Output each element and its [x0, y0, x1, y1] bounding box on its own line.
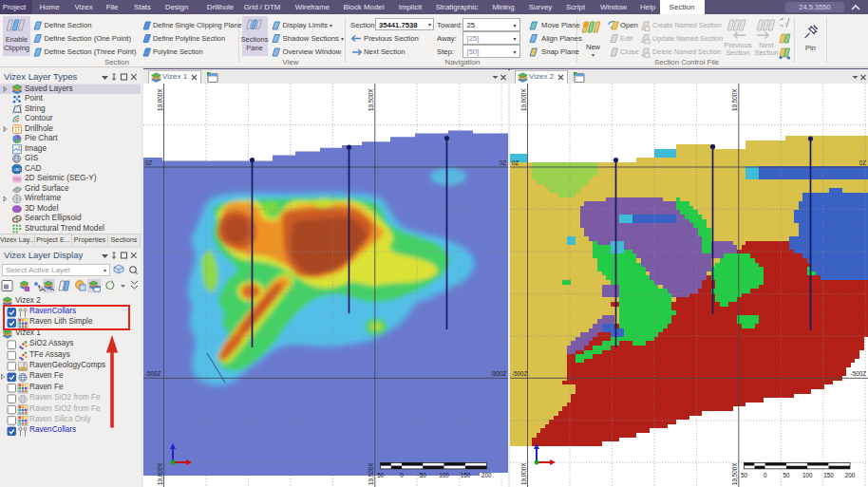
svg-text:100: 100: [439, 472, 449, 478]
svg-text:0: 0: [400, 472, 404, 478]
svg-text:19,000X: 19,000X: [157, 88, 163, 111]
svg-text:19,500X: 19,500X: [368, 462, 374, 485]
svg-text:-500Z: -500Z: [491, 370, 507, 377]
svg-text:0Z: 0Z: [500, 159, 507, 166]
svg-text:0Z: 0Z: [145, 159, 153, 166]
svg-text:200: 200: [845, 472, 856, 478]
svg-text:-500Z: -500Z: [851, 370, 867, 377]
svg-text:19,000X: 19,000X: [520, 88, 527, 111]
svg-text:19,000X: 19,000X: [157, 462, 163, 485]
svg-text:150: 150: [823, 472, 834, 478]
svg-text:-500Z: -500Z: [145, 370, 161, 377]
svg-text:50: 50: [783, 472, 790, 478]
svg-text:50: 50: [741, 472, 748, 478]
svg-text:19,500X: 19,500X: [731, 462, 738, 485]
svg-text:50: 50: [377, 472, 385, 478]
svg-text:0Z: 0Z: [512, 159, 519, 166]
svg-text:200: 200: [481, 472, 492, 478]
svg-text:-500Z: -500Z: [512, 370, 528, 377]
svg-text:150: 150: [461, 472, 471, 478]
svg-text:0: 0: [764, 472, 767, 478]
svg-text:19,500X: 19,500X: [731, 88, 738, 111]
svg-text:50: 50: [420, 472, 427, 478]
svg-text:19,000X: 19,000X: [520, 462, 527, 485]
svg-text:100: 100: [802, 472, 813, 478]
svg-text:19,500X: 19,500X: [368, 88, 374, 111]
svg-text:0Z: 0Z: [859, 159, 867, 166]
svg-text:CAD: CAD: [13, 168, 21, 172]
